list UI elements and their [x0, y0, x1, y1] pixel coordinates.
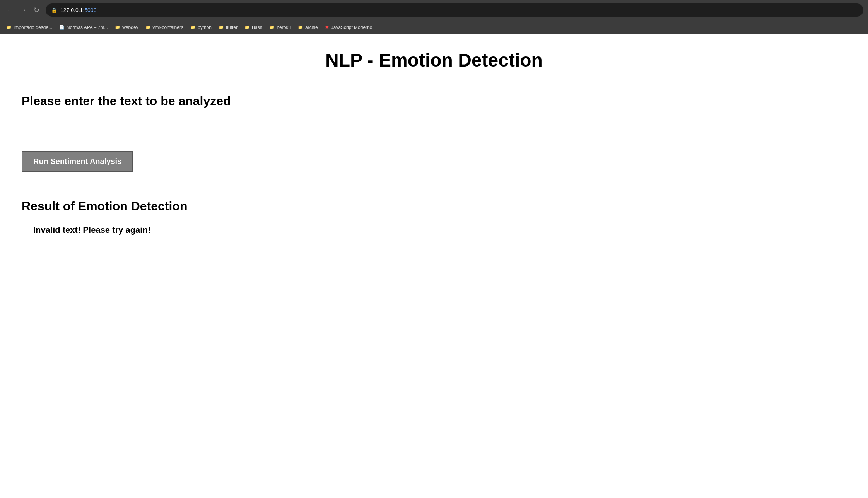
- forward-button[interactable]: →: [18, 5, 29, 15]
- bookmark-vmcontainers[interactable]: 📁 vm&containers: [142, 24, 186, 31]
- browser-chrome: ← → ↻ 🔒 127.0.0.1:5000 📁 Importado desde…: [0, 0, 868, 34]
- bookmark-javascript[interactable]: ✖ JavaScript Moderno: [322, 23, 376, 31]
- bookmark-python[interactable]: 📁 python: [187, 24, 215, 31]
- bookmark-label: Bash: [252, 25, 262, 30]
- text-analysis-input[interactable]: [22, 116, 846, 139]
- reload-button[interactable]: ↻: [31, 5, 42, 15]
- bookmark-label: webdev: [122, 25, 138, 30]
- bookmark-normas[interactable]: 📄 Normas APA – 7m...: [56, 24, 111, 31]
- input-section-label: Please enter the text to be analyzed: [22, 94, 846, 108]
- folder-icon: 📁: [219, 25, 224, 30]
- bookmark-label: vm&containers: [153, 25, 183, 30]
- bookmark-archie[interactable]: 📁 archie: [295, 24, 321, 31]
- result-text: Invalid text! Please try again!: [33, 225, 846, 235]
- page-title: NLP - Emotion Detection: [22, 49, 846, 71]
- input-section: Please enter the text to be analyzed Run…: [22, 94, 846, 172]
- bookmark-label: python: [198, 25, 212, 30]
- bookmark-label: JavaScript Moderno: [331, 25, 372, 30]
- bookmark-label: Normas APA – 7m...: [67, 25, 108, 30]
- bookmark-webdev[interactable]: 📁 webdev: [112, 24, 141, 31]
- folder-icon: 📁: [269, 25, 275, 30]
- lock-icon: 🔒: [51, 7, 57, 13]
- bookmark-heroku[interactable]: 📁 heroku: [266, 24, 294, 31]
- bookmark-bash[interactable]: 📁 Bash: [241, 24, 265, 31]
- folder-icon: 📁: [6, 25, 12, 30]
- folder-icon: 📁: [145, 25, 151, 30]
- url-port: :5000: [83, 7, 96, 13]
- url-base: 127.0.0.1: [60, 7, 83, 13]
- bookmarks-bar: 📁 Importado desde... 📄 Normas APA – 7m..…: [0, 20, 868, 34]
- nav-buttons: ← → ↻: [5, 5, 42, 15]
- js-icon: ✖: [325, 24, 329, 30]
- folder-icon: 📁: [115, 25, 120, 30]
- url-display: 127.0.0.1:5000: [60, 7, 96, 13]
- bookmark-label: archie: [305, 25, 318, 30]
- folder-icon: 📁: [298, 25, 303, 30]
- back-button[interactable]: ←: [5, 5, 15, 15]
- folder-icon: 📁: [244, 25, 250, 30]
- bookmark-label: Importado desde...: [14, 25, 52, 30]
- bookmark-label: heroku: [277, 25, 291, 30]
- run-sentiment-button[interactable]: Run Sentiment Analysis: [22, 151, 133, 172]
- page-content: NLP - Emotion Detection Please enter the…: [0, 34, 868, 251]
- bookmark-importado[interactable]: 📁 Importado desde...: [3, 24, 55, 31]
- doc-icon: 📄: [59, 25, 65, 30]
- bookmark-flutter[interactable]: 📁 flutter: [215, 24, 241, 31]
- results-section: Result of Emotion Detection Invalid text…: [22, 199, 846, 235]
- folder-icon: 📁: [190, 25, 196, 30]
- result-section-label: Result of Emotion Detection: [22, 199, 846, 213]
- bookmark-label: flutter: [226, 25, 238, 30]
- browser-toolbar: ← → ↻ 🔒 127.0.0.1:5000: [0, 0, 868, 20]
- address-bar[interactable]: 🔒 127.0.0.1:5000: [46, 3, 863, 17]
